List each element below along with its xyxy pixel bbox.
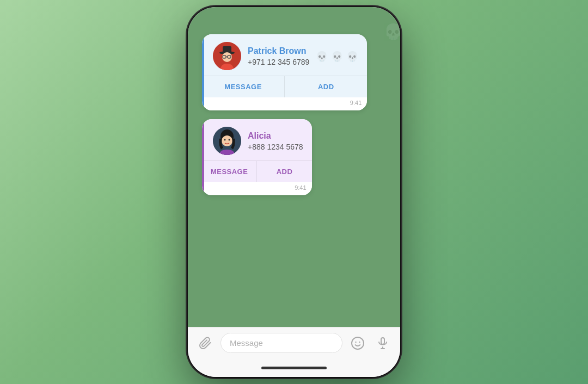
contact-phone-alicia: +888 1234 5678 (248, 143, 303, 151)
add-button-alicia[interactable]: ADD (257, 161, 311, 182)
chat-content: Patrick Brown +971 12 345 6789 💀 💀 💀 MES… (188, 23, 400, 201)
timestamp-patrick: 9:41 (202, 97, 367, 110)
message-button-alicia[interactable]: MESSAGE (202, 161, 257, 182)
svg-point-25 (229, 139, 230, 141)
contact-card-top-patrick: Patrick Brown +971 12 345 6789 💀 💀 💀 (202, 34, 367, 76)
voice-button[interactable] (373, 333, 393, 353)
skull-icon-2: 💀 (331, 51, 343, 63)
contact-actions-patrick: MESSAGE ADD (202, 76, 367, 97)
skull-icons-patrick: 💀 💀 💀 (316, 49, 358, 63)
contact-card-top-alicia: Alicia +888 1234 5678 (202, 119, 312, 160)
skull-icon-3: 💀 (346, 51, 358, 63)
svg-point-23 (222, 135, 232, 146)
emoji-button[interactable] (348, 333, 367, 353)
contact-actions-alicia: MESSAGE ADD (202, 160, 312, 182)
message-input-wrap[interactable]: Message (220, 333, 342, 353)
home-indicator (188, 358, 400, 377)
timestamp-alicia: 9:41 (202, 182, 312, 195)
chat-background: 💀 💀 💀 🪼 🍕 💡 🐌 🎱 ☂️ 🍓 🌴 🐟 ✦ ✦ (188, 7, 400, 327)
contact-phone-patrick: +971 12 345 6789 (248, 58, 309, 66)
contact-info-alicia: Alicia +888 1234 5678 (248, 131, 303, 151)
phone-frame: 💀 💀 💀 🪼 🍕 💡 🐌 🎱 ☂️ 🍓 🌴 🐟 ✦ ✦ (188, 7, 400, 377)
contact-card-patrick: Patrick Brown +971 12 345 6789 💀 💀 💀 MES… (202, 34, 367, 110)
contact-name-alicia: Alicia (248, 131, 303, 141)
contact-info-patrick: Patrick Brown +971 12 345 6789 (248, 46, 309, 66)
skull-icon-1: 💀 (316, 51, 328, 63)
message-placeholder: Message (230, 338, 263, 348)
add-button-patrick[interactable]: ADD (285, 76, 367, 97)
svg-point-26 (352, 337, 364, 349)
contact-name-patrick: Patrick Brown (248, 46, 309, 56)
contact-card-alicia: Alicia +888 1234 5678 MESSAGE ADD 9:41 (202, 119, 312, 195)
svg-point-28 (359, 341, 360, 342)
message-button-patrick[interactable]: MESSAGE (202, 76, 285, 97)
avatar-alicia (213, 127, 241, 155)
svg-rect-29 (381, 338, 384, 344)
home-indicator-bar (261, 367, 327, 369)
input-bar: Message (188, 327, 400, 358)
svg-point-27 (355, 341, 356, 342)
avatar-patrick (213, 42, 241, 70)
attachment-button[interactable] (195, 333, 215, 353)
svg-point-24 (224, 139, 226, 141)
